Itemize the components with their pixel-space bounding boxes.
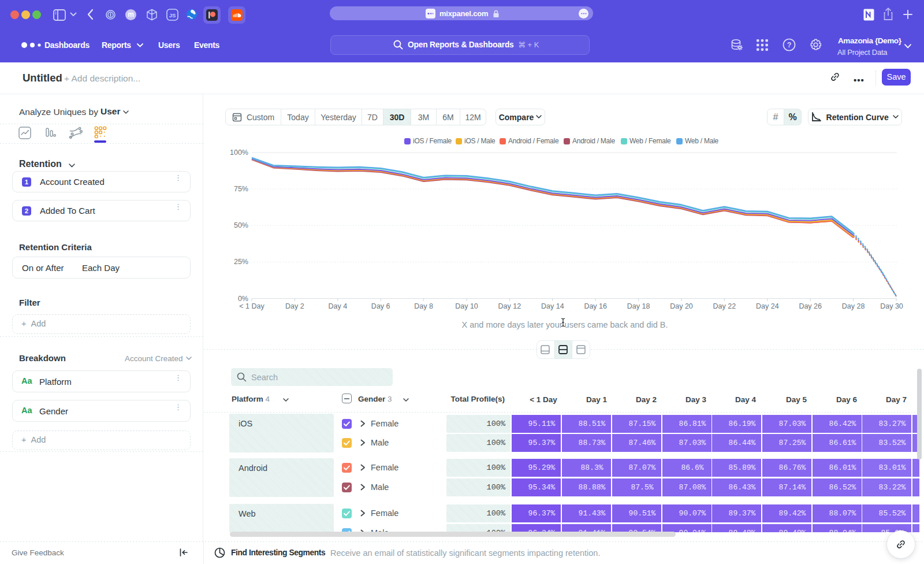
svg-text:Day 18: Day 18 <box>627 302 650 310</box>
svg-text:75%: 75% <box>234 185 248 193</box>
svg-text:< 1 Day: < 1 Day <box>239 302 264 310</box>
svg-text:100%: 100% <box>230 149 248 157</box>
svg-text:Day 20: Day 20 <box>670 302 693 310</box>
svg-text:50%: 50% <box>234 221 248 229</box>
svg-text:Day 8: Day 8 <box>414 302 433 310</box>
svg-text:Day 2: Day 2 <box>285 302 304 310</box>
svg-text:0%: 0% <box>238 295 248 303</box>
svg-text:?: ? <box>787 41 792 49</box>
svg-text:JS: JS <box>169 12 176 18</box>
svg-text:Day 10: Day 10 <box>455 302 478 310</box>
svg-text:Day 22: Day 22 <box>713 302 736 310</box>
svg-text:Day 16: Day 16 <box>584 302 607 310</box>
svg-text:Day 14: Day 14 <box>541 302 564 310</box>
svg-text:Day 30: Day 30 <box>880 302 903 310</box>
svg-text:25%: 25% <box>234 258 248 266</box>
svg-text:Day 28: Day 28 <box>842 302 865 310</box>
svg-text:Day 4: Day 4 <box>328 302 347 310</box>
svg-text:Day 6: Day 6 <box>371 302 390 310</box>
svg-text:Day 24: Day 24 <box>756 302 779 310</box>
svg-text:Day 26: Day 26 <box>799 302 822 310</box>
svg-text:Day 12: Day 12 <box>498 302 521 310</box>
